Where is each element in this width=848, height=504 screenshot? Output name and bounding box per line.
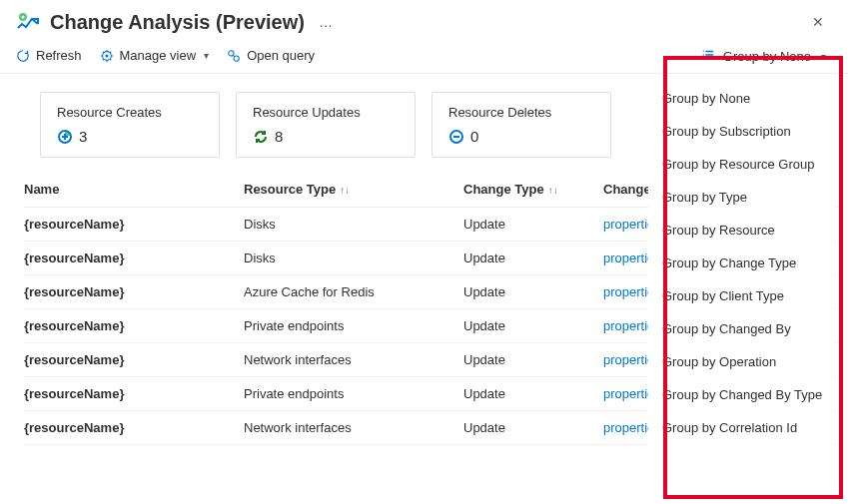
page-title: Change Analysis (Preview) xyxy=(50,11,305,34)
sort-icon: ↑↓ xyxy=(548,185,558,196)
manage-view-button[interactable]: Manage view ▾ xyxy=(100,48,210,63)
column-name[interactable]: Name xyxy=(24,182,244,197)
svg-point-3 xyxy=(105,54,108,57)
cell-change-type: Update xyxy=(463,318,603,333)
cell-resource-type: Azure Cache for Redis xyxy=(244,284,463,299)
group-by-option[interactable]: Group by Resource xyxy=(648,214,836,247)
card-value: 0 xyxy=(448,128,594,145)
close-button[interactable]: ✕ xyxy=(804,10,832,34)
list-icon xyxy=(701,48,715,65)
group-by-button[interactable]: Group by None ▾ xyxy=(691,42,836,71)
cell-resource-type: Disks xyxy=(244,217,463,232)
open-query-label: Open query xyxy=(247,48,315,63)
cell-name: {resourceName} xyxy=(24,217,244,232)
cell-change-type: Update xyxy=(463,251,603,265)
group-by-option[interactable]: Group by Operation xyxy=(648,345,836,378)
group-by-option[interactable]: Group by Changed By Type xyxy=(648,378,836,411)
group-by-option[interactable]: Group by Client Type xyxy=(648,279,836,312)
group-by-option[interactable]: Group by Resource Group xyxy=(648,148,836,181)
svg-point-1 xyxy=(22,16,25,19)
create-icon xyxy=(57,129,73,145)
manage-view-label: Manage view xyxy=(120,48,197,63)
more-button[interactable]: … xyxy=(319,14,335,30)
card-title: Resource Updates xyxy=(253,105,399,120)
cell-name: {resourceName} xyxy=(24,386,244,401)
cell-change-type: Update xyxy=(463,284,603,299)
refresh-icon xyxy=(16,49,30,63)
cell-resource-type: Private endpoints xyxy=(244,318,463,333)
cell-name: {resourceName} xyxy=(24,420,244,435)
group-by-option[interactable]: Group by Type xyxy=(648,181,836,214)
cell-name: {resourceName} xyxy=(24,318,244,333)
column-change-type[interactable]: Change Type↑↓ xyxy=(463,182,603,197)
cell-resource-type: Network interfaces xyxy=(244,420,463,435)
cell-resource-type: Network interfaces xyxy=(244,352,463,367)
card-title: Resource Deletes xyxy=(448,105,594,120)
cell-change-type: Update xyxy=(463,352,603,367)
group-by-option[interactable]: Group by Changed By xyxy=(648,312,836,345)
summary-card[interactable]: Resource Creates3 xyxy=(40,92,220,158)
cell-name: {resourceName} xyxy=(24,284,244,299)
cell-name: {resourceName} xyxy=(24,352,244,367)
column-resource-type[interactable]: Resource Type↑↓ xyxy=(244,182,463,197)
delete-icon xyxy=(448,129,464,145)
cell-change-type: Update xyxy=(463,217,603,232)
card-value: 8 xyxy=(253,128,399,145)
refresh-label: Refresh xyxy=(36,48,82,63)
group-by-option[interactable]: Group by Change Type xyxy=(648,247,836,279)
summary-card[interactable]: Resource Updates8 xyxy=(236,92,416,158)
query-icon xyxy=(227,49,241,63)
app-icon xyxy=(16,10,40,34)
cell-resource-type: Disks xyxy=(244,251,463,265)
open-query-button[interactable]: Open query xyxy=(227,48,315,63)
summary-card[interactable]: Resource Deletes0 xyxy=(431,92,611,158)
chevron-down-icon: ▾ xyxy=(204,50,209,61)
chevron-down-icon: ▾ xyxy=(821,51,826,62)
group-by-option[interactable]: Group by Correlation Id xyxy=(648,411,836,444)
group-by-option[interactable]: Group by Subscription xyxy=(648,115,836,148)
cell-resource-type: Private endpoints xyxy=(244,386,463,401)
group-by-option[interactable]: Group by None xyxy=(648,82,836,115)
cell-change-type: Update xyxy=(463,420,603,435)
update-icon xyxy=(253,129,269,145)
card-title: Resource Creates xyxy=(57,105,203,120)
card-value: 3 xyxy=(57,128,203,145)
refresh-button[interactable]: Refresh xyxy=(16,48,82,63)
group-by-label: Group by None xyxy=(723,49,811,64)
gear-icon xyxy=(100,49,114,63)
cell-change-type: Update xyxy=(463,386,603,401)
sort-icon: ↑↓ xyxy=(340,185,350,196)
cell-name: {resourceName} xyxy=(24,251,244,265)
group-by-dropdown: Group by NoneGroup by SubscriptionGroup … xyxy=(648,76,836,450)
